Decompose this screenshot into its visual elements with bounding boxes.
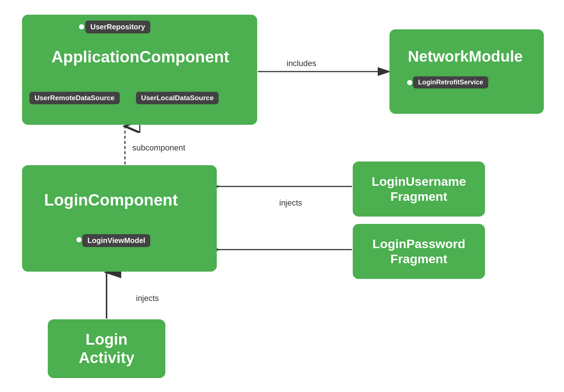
application-component-box: UserRepository ApplicationComponent User… bbox=[22, 15, 257, 125]
login-retrofit-service-dot bbox=[407, 80, 412, 85]
injects-label-bottom: injects bbox=[136, 294, 159, 303]
login-component-title: LoginComponent bbox=[44, 191, 178, 209]
user-remote-datasource-badge: UserRemoteDataSource bbox=[29, 92, 120, 104]
login-password-fragment-box: LoginPasswordFragment bbox=[353, 224, 485, 279]
user-local-datasource-badge: UserLocalDataSource bbox=[136, 92, 219, 104]
login-viewmodel-dot bbox=[76, 237, 82, 242]
login-username-fragment-box: LoginUsernameFragment bbox=[353, 161, 485, 217]
subcomponent-label: subcomponent bbox=[132, 143, 185, 153]
includes-label: includes bbox=[287, 59, 316, 68]
login-component-box: LoginComponent LoginViewModel bbox=[22, 165, 217, 272]
login-activity-title: LoginActivity bbox=[79, 330, 134, 367]
user-repository-badge: UserRepository bbox=[85, 21, 150, 33]
network-module-title: NetworkModule bbox=[408, 48, 523, 65]
login-password-fragment-title: LoginPasswordFragment bbox=[372, 236, 465, 266]
user-repository-dot bbox=[79, 24, 84, 29]
login-activity-box: LoginActivity bbox=[48, 319, 165, 378]
login-username-fragment-title: LoginUsernameFragment bbox=[372, 174, 466, 204]
diagram-container: UserRepository ApplicationComponent User… bbox=[0, 0, 564, 392]
application-component-title: ApplicationComponent bbox=[51, 48, 229, 66]
network-module-box: NetworkModule LoginRetrofitService bbox=[389, 29, 544, 114]
login-retrofit-service-badge: LoginRetrofitService bbox=[413, 76, 488, 88]
login-viewmodel-badge: LoginViewModel bbox=[82, 234, 150, 247]
injects-label-right: injects bbox=[279, 198, 302, 208]
